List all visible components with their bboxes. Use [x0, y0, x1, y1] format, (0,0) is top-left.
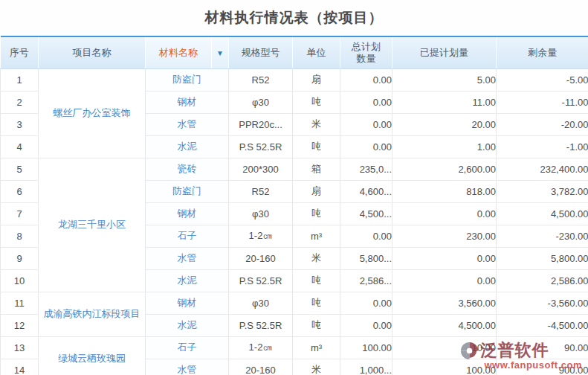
unit-cell: 吨 [293, 269, 340, 292]
header-serial[interactable]: 序号 [1, 36, 39, 68]
proposed-plan-qty-cell: 100.00 [392, 359, 497, 375]
table-row: 11成渝高铁内江标段项目钢材φ30吨0.003,560.00-3,560.00 [1, 292, 588, 314]
unit-cell: 米 [293, 359, 340, 375]
project-name-cell[interactable]: 成渝高铁内江标段项目 [39, 292, 146, 336]
total-plan-qty-cell: 4,500... [340, 202, 392, 225]
remaining-qty-cell: 4,500.00 [497, 202, 588, 225]
proposed-plan-qty-cell: 818.00 [392, 180, 497, 202]
spec-cell: P.S 52.5R [229, 269, 293, 292]
proposed-plan-qty-cell: 0.00 [392, 269, 497, 292]
unit-cell: 米 [293, 247, 340, 269]
spec-cell: 200*300 [229, 158, 293, 180]
unit-cell: m³ [293, 336, 340, 359]
serial-cell: 7 [1, 202, 39, 225]
material-name-cell[interactable]: 水泥 [146, 269, 229, 292]
unit-cell: 米 [293, 113, 340, 135]
material-name-cell[interactable]: 钢材 [146, 91, 229, 113]
project-name-cell[interactable]: 绿城云栖玫瑰园 [39, 336, 146, 375]
table-row: 1螺丝厂办公室装饰防盗门R52扇0.005.00-5.00 [1, 68, 588, 91]
total-plan-qty-cell: 235,0... [340, 158, 392, 180]
proposed-plan-qty-cell: 11.00 [392, 91, 497, 113]
spec-cell: φ30 [229, 202, 293, 225]
proposed-plan-qty-cell: 1.00 [392, 135, 497, 158]
proposed-plan-qty-cell: 0.00 [392, 202, 497, 225]
serial-cell: 11 [1, 292, 39, 314]
serial-cell: 8 [1, 225, 39, 247]
header-remaining-qty[interactable]: 剩余量 [497, 36, 588, 68]
table-row: 5龙湖三千里小区瓷砖200*300箱235,0...2,600.00232,40… [1, 158, 588, 180]
header-unit[interactable]: 单位 [293, 36, 340, 68]
remaining-qty-cell: 90.00 [497, 336, 588, 359]
material-filter-dropdown[interactable]: ▼ [212, 36, 229, 68]
spec-cell: 1-2㎝ [229, 225, 293, 247]
spec-cell: 1-2㎝ [229, 336, 293, 359]
serial-cell: 5 [1, 158, 39, 180]
header-total-plan-line1: 总计划 [340, 41, 392, 53]
total-plan-qty-cell: 0.00 [340, 314, 392, 336]
spec-cell: P.S 52.5R [229, 314, 293, 336]
serial-cell: 3 [1, 113, 39, 135]
header-proposed-plan-qty[interactable]: 已提计划量 [392, 36, 497, 68]
total-plan-qty-cell: 5,800... [340, 247, 392, 269]
remaining-qty-cell: 5,800.00 [497, 247, 588, 269]
spec-cell: 20-160 [229, 247, 293, 269]
serial-cell: 12 [1, 314, 39, 336]
serial-cell: 6 [1, 180, 39, 202]
serial-cell: 10 [1, 269, 39, 292]
total-plan-qty-cell: 0.00 [340, 225, 392, 247]
proposed-plan-qty-cell: 4,500.00 [392, 314, 497, 336]
header-total-plan-qty[interactable]: 总计划 数量 [340, 36, 392, 68]
header-project-name[interactable]: 项目名称 [39, 36, 146, 68]
table-header-row: 序号 项目名称 材料名称 ▼ 规格型号 单位 总计划 数量 已提计划量 剩余量 [1, 36, 588, 68]
total-plan-qty-cell: 1,000... [340, 359, 392, 375]
material-name-cell[interactable]: 石子 [146, 225, 229, 247]
material-execution-table: 序号 项目名称 材料名称 ▼ 规格型号 单位 总计划 数量 已提计划量 剩余量 … [0, 36, 588, 375]
unit-cell: 吨 [293, 292, 340, 314]
remaining-qty-cell: -1.00 [497, 135, 588, 158]
spec-cell: 20-160 [229, 359, 293, 375]
total-plan-qty-cell: 100.00 [340, 336, 392, 359]
remaining-qty-cell: -3,560.00 [497, 292, 588, 314]
total-plan-qty-cell: 0.00 [340, 135, 392, 158]
chevron-down-icon[interactable]: ▼ [216, 50, 224, 57]
remaining-qty-cell: -4,500.00 [497, 314, 588, 336]
total-plan-qty-cell: 0.00 [340, 91, 392, 113]
total-plan-qty-cell: 0.00 [340, 68, 392, 91]
material-name-cell[interactable]: 水管 [146, 247, 229, 269]
material-name-cell[interactable]: 石子 [146, 336, 229, 359]
proposed-plan-qty-cell: 230.00 [392, 225, 497, 247]
material-name-cell[interactable]: 防盗门 [146, 180, 229, 202]
unit-cell: 箱 [293, 158, 340, 180]
material-name-cell[interactable]: 瓷砖 [146, 158, 229, 180]
serial-cell: 9 [1, 247, 39, 269]
proposed-plan-qty-cell: 20.00 [392, 113, 497, 135]
project-name-cell[interactable]: 螺丝厂办公室装饰 [39, 68, 146, 158]
table-row: 13绿城云栖玫瑰园石子1-2㎝m³100.0010.0090.00 [1, 336, 588, 359]
proposed-plan-qty-cell: 3,560.00 [392, 292, 497, 314]
remaining-qty-cell: 2,586.00 [497, 269, 588, 292]
spec-cell: P.S 52.5R [229, 135, 293, 158]
material-name-cell[interactable]: 钢材 [146, 202, 229, 225]
material-name-cell[interactable]: 水泥 [146, 314, 229, 336]
material-name-cell[interactable]: 水泥 [146, 135, 229, 158]
title-bar: 材料执行情况表（按项目） [0, 0, 588, 36]
material-name-cell[interactable]: 水管 [146, 359, 229, 375]
proposed-plan-qty-cell: 5.00 [392, 68, 497, 91]
header-spec-model[interactable]: 规格型号 [229, 36, 293, 68]
material-name-cell[interactable]: 水管 [146, 113, 229, 135]
material-name-cell[interactable]: 防盗门 [146, 68, 229, 91]
header-material-name[interactable]: 材料名称 [146, 36, 212, 68]
material-name-cell[interactable]: 钢材 [146, 292, 229, 314]
unit-cell: 扇 [293, 68, 340, 91]
serial-cell: 2 [1, 91, 39, 113]
project-name-cell[interactable]: 龙湖三千里小区 [39, 158, 146, 292]
unit-cell: 吨 [293, 202, 340, 225]
remaining-qty-cell: 900.00 [497, 359, 588, 375]
proposed-plan-qty-cell: 10.00 [392, 336, 497, 359]
serial-cell: 1 [1, 68, 39, 91]
material-execution-report-page: 材料执行情况表（按项目） 序号 项目名称 材料名称 ▼ 规格型号 单位 总计划 … [0, 0, 588, 375]
table-body: 1螺丝厂办公室装饰防盗门R52扇0.005.00-5.002钢材φ30吨0.00… [1, 68, 588, 375]
total-plan-qty-cell: 0.00 [340, 292, 392, 314]
remaining-qty-cell: -5.00 [497, 68, 588, 91]
spec-cell: φ30 [229, 91, 293, 113]
